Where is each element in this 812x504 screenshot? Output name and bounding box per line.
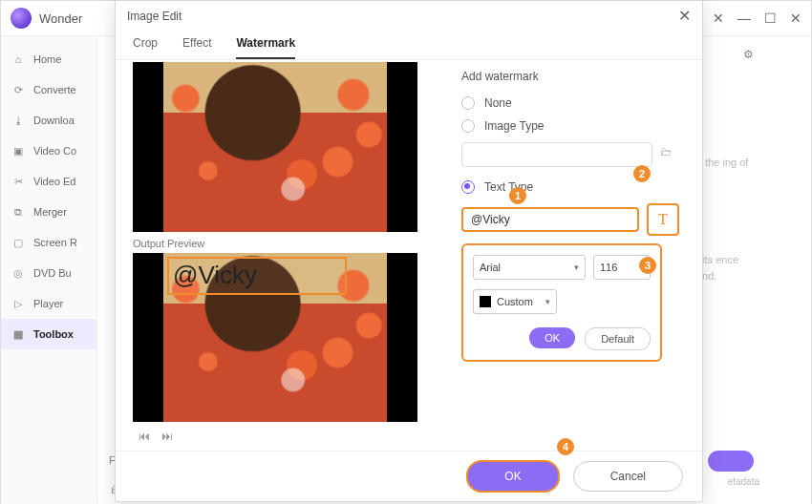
sidebar-item-label: Screen R (33, 237, 77, 248)
metadata-button[interactable] (708, 451, 754, 472)
font-settings-panel: Arial ▾ 116 ▾ Custom ▾ OK (461, 243, 662, 362)
image-path-input[interactable] (461, 142, 652, 167)
sidebar: ⌂Home ⟳Converte ⭳Downloa ▣Video Co ✂Vide… (1, 36, 97, 504)
original-preview (133, 62, 417, 232)
player-controls: ⏮ ⏭ (133, 422, 446, 451)
close-icon[interactable]: ✕ (790, 10, 801, 26)
sidebar-item-label: Home (33, 53, 61, 65)
background-sub: etadata (728, 476, 759, 487)
radio-label: None (484, 96, 512, 110)
tab-bar: Crop Effect Watermark (116, 31, 702, 60)
select-value: 116 (600, 262, 617, 273)
color-swatch-icon (480, 296, 491, 307)
app-title: Wonder (39, 11, 82, 26)
text-style-button[interactable]: T (647, 203, 679, 236)
sidebar-item-label: Toolbox (33, 328, 74, 340)
callout-4: 4 (557, 438, 574, 455)
outer-close-icon[interactable]: ✕ (713, 10, 724, 26)
radio-icon (461, 180, 475, 194)
merger-icon: ⧉ (11, 204, 26, 220)
radio-none[interactable]: None (461, 96, 679, 110)
radio-label: Image Type (484, 119, 544, 133)
output-preview: @Vicky (133, 253, 417, 423)
panel-heading: Add watermark (461, 70, 679, 83)
home-icon: ⌂ (11, 52, 26, 67)
download-icon: ⭳ (11, 113, 26, 128)
next-icon[interactable]: ⏭ (161, 430, 173, 443)
maximize-icon[interactable]: ☐ (764, 10, 777, 26)
dvd-icon: ◎ (11, 265, 26, 281)
modal-title: Image Edit (127, 10, 182, 23)
sidebar-item-label: DVD Bu (33, 267, 72, 279)
output-preview-label: Output Preview (133, 238, 446, 249)
color-mode-select[interactable]: Custom ▾ (473, 289, 557, 314)
font-default-button[interactable]: Default (585, 327, 651, 350)
radio-icon (461, 96, 475, 110)
scissors-icon: ✂ (11, 174, 26, 189)
radio-image-type[interactable]: Image Type (461, 119, 679, 133)
video-icon: ▣ (11, 143, 26, 158)
sidebar-item-downloader[interactable]: ⭳Downloa (1, 105, 96, 136)
sidebar-item-merger[interactable]: ⧉Merger (1, 197, 96, 227)
sidebar-item-player[interactable]: ▷Player (1, 288, 96, 319)
cancel-button[interactable]: Cancel (573, 461, 683, 492)
sidebar-item-video-editor[interactable]: ✂Video Ed (1, 166, 96, 197)
gear-icon[interactable]: ⚙ (743, 48, 754, 61)
tab-watermark[interactable]: Watermark (236, 31, 295, 59)
screen-icon: ▢ (11, 235, 26, 250)
select-value: Arial (480, 262, 501, 273)
player-icon: ▷ (11, 296, 26, 311)
sidebar-item-video-compressor[interactable]: ▣Video Co (1, 136, 96, 166)
sidebar-item-label: Converte (33, 84, 76, 95)
sidebar-item-label: Video Co (33, 145, 76, 157)
tab-crop[interactable]: Crop (133, 31, 158, 59)
sidebar-item-label: Merger (33, 206, 67, 218)
sidebar-item-label: Video Ed (33, 176, 75, 187)
callout-1: 1 (509, 187, 526, 204)
prev-icon[interactable]: ⏮ (139, 430, 150, 443)
font-family-select[interactable]: Arial ▾ (473, 255, 586, 280)
sidebar-item-label: Downloa (33, 115, 75, 126)
watermark-text-input[interactable] (461, 207, 639, 232)
convert-icon: ⟳ (11, 82, 26, 97)
modal-footer: OK Cancel (116, 451, 702, 501)
font-ok-button[interactable]: OK (529, 327, 575, 348)
watermark-panel: Add watermark None Image Type 🗁 Text Typ… (446, 60, 685, 451)
preview-column: Output Preview @Vicky ⏮ ⏭ (133, 60, 446, 451)
sidebar-item-dvd-burner[interactable]: ◎DVD Bu (1, 258, 96, 288)
watermark-overlay[interactable]: @Vicky (167, 257, 347, 295)
callout-2: 2 (633, 165, 651, 182)
background-text: d the ing of (696, 155, 754, 171)
chevron-down-icon: ▾ (574, 262, 579, 272)
radio-text-type[interactable]: Text Type (461, 180, 679, 194)
background-text: aits ence und. (696, 252, 754, 284)
sidebar-item-toolbox[interactable]: ▦Toolbox (1, 319, 96, 349)
callout-3: 3 (639, 257, 656, 274)
toolbox-icon: ▦ (11, 326, 26, 342)
minimize-icon[interactable]: — (737, 10, 751, 26)
sidebar-item-screen-recorder[interactable]: ▢Screen R (1, 227, 96, 258)
browse-folder-icon[interactable]: 🗁 (660, 145, 679, 164)
sidebar-item-home[interactable]: ⌂Home (1, 44, 96, 74)
sidebar-item-label: Player (33, 298, 63, 309)
chevron-down-icon: ▾ (545, 297, 550, 306)
select-value: Custom (497, 296, 533, 307)
image-edit-modal: Image Edit ✕ Crop Effect Watermark Outpu… (115, 0, 703, 502)
modal-title-bar: Image Edit ✕ (116, 1, 702, 31)
tab-effect[interactable]: Effect (182, 31, 211, 59)
modal-close-icon[interactable]: ✕ (678, 7, 691, 25)
app-logo-icon (11, 8, 32, 29)
radio-icon (461, 119, 475, 133)
sidebar-item-converter[interactable]: ⟳Converte (1, 74, 96, 105)
ok-button[interactable]: OK (466, 460, 559, 493)
